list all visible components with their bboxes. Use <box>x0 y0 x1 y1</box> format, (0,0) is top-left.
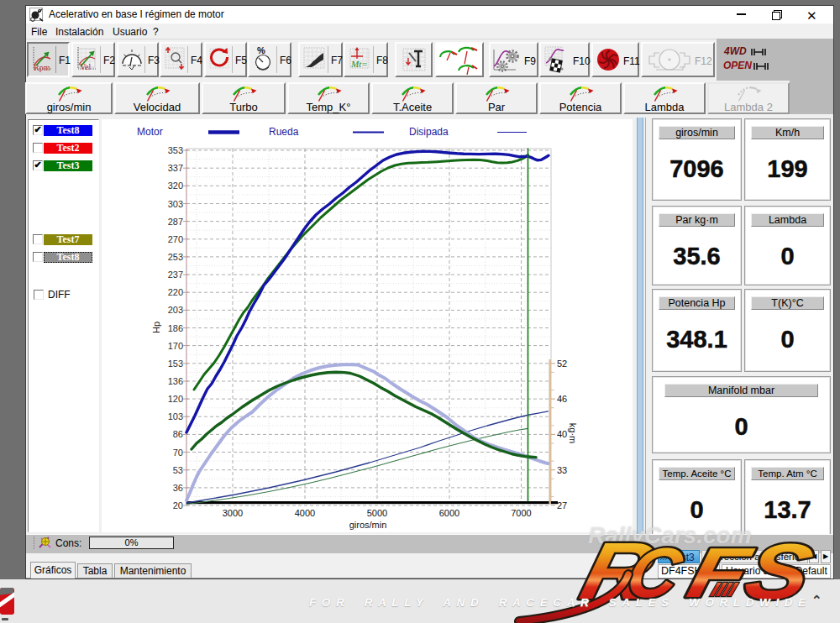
svg-text:320: 320 <box>168 181 183 191</box>
svg-text:27: 27 <box>557 500 567 510</box>
svg-text:120: 120 <box>168 394 183 404</box>
svg-text:186: 186 <box>168 323 183 333</box>
svg-text:103: 103 <box>168 411 183 421</box>
svg-text:Vel: Vel <box>80 62 92 71</box>
svg-text:40: 40 <box>557 429 567 439</box>
svg-text:136: 136 <box>168 376 183 386</box>
svg-text:220: 220 <box>168 287 183 297</box>
svg-text:3000: 3000 <box>223 508 243 518</box>
svg-text:287: 287 <box>168 217 183 227</box>
svg-text:Motor: Motor <box>137 126 163 138</box>
svg-text:20: 20 <box>173 500 183 510</box>
svg-text:7000: 7000 <box>511 508 531 518</box>
svg-text:Mt=: Mt= <box>350 59 368 69</box>
svg-text:Rpm: Rpm <box>34 63 50 72</box>
svg-text:giros/min: giros/min <box>349 520 387 530</box>
svg-text:Rueda: Rueda <box>269 126 299 138</box>
svg-text:52: 52 <box>557 359 567 369</box>
svg-text:5000: 5000 <box>367 508 387 518</box>
svg-text:153: 153 <box>168 359 183 369</box>
svg-text:%: % <box>257 45 265 55</box>
svg-text:303: 303 <box>168 199 183 209</box>
svg-text:kg·m: kg·m <box>568 423 578 443</box>
svg-text:237: 237 <box>168 270 183 280</box>
svg-text:337: 337 <box>168 163 183 173</box>
svg-text:86: 86 <box>173 429 183 439</box>
svg-text:46: 46 <box>557 394 567 404</box>
svg-text:270: 270 <box>168 234 183 244</box>
svg-text:Disipada: Disipada <box>409 126 449 138</box>
svg-text:36: 36 <box>173 483 183 493</box>
svg-text:Hp: Hp <box>151 322 161 333</box>
svg-text:53: 53 <box>173 465 183 475</box>
svg-text:203: 203 <box>168 305 183 315</box>
svg-text:4000: 4000 <box>295 508 315 518</box>
svg-text:70: 70 <box>173 448 183 458</box>
svg-text:253: 253 <box>168 252 183 262</box>
svg-text:170: 170 <box>168 341 183 351</box>
svg-text:353: 353 <box>168 145 183 155</box>
svg-text:33: 33 <box>557 465 567 475</box>
svg-text:6000: 6000 <box>439 508 459 518</box>
